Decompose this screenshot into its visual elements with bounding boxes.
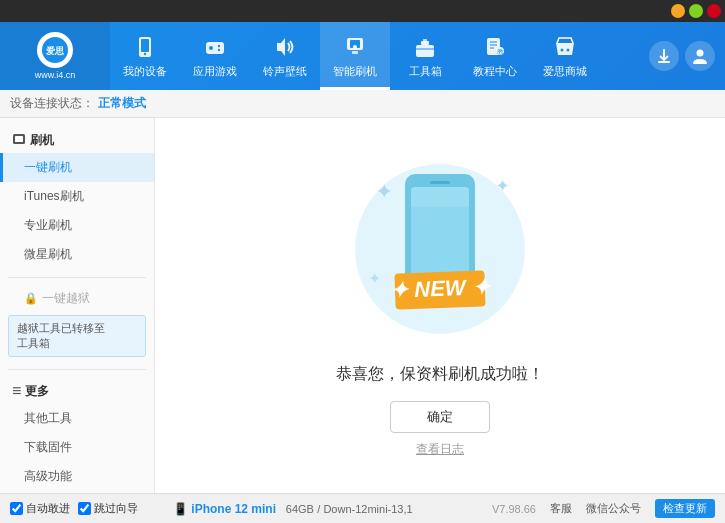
customer-service-link[interactable]: 客服: [550, 501, 572, 516]
device-icon: [131, 33, 159, 61]
main-layout: 刷机 一键刷机 iTunes刷机 专业刷机 微星刷机 🔒 一键越狱 越狱工: [0, 118, 725, 493]
success-illustration: ✦ ✦ ✦ ✦ NEW ✦: [330, 154, 550, 364]
nav-label-ringtone: 铃声壁纸: [263, 64, 307, 79]
svg-rect-3: [141, 39, 149, 52]
logo-circle: 爱思: [37, 32, 73, 68]
nav-label-tutorial: 教程中心: [473, 64, 517, 79]
skip-wizard-checkbox[interactable]: 跳过向导: [78, 501, 138, 516]
svg-text:✦ NEW ✦: ✦ NEW ✦: [390, 274, 492, 303]
download-button[interactable]: [649, 41, 679, 71]
svg-point-12: [353, 45, 357, 49]
svg-point-20: [567, 49, 570, 52]
nav-item-tutorial[interactable]: 教 教程中心: [460, 22, 530, 90]
nav-label-app-game: 应用游戏: [193, 64, 237, 79]
nav-item-my-device[interactable]: 我的设备: [110, 22, 180, 90]
device-model: Down-12mini-13,1: [323, 503, 412, 515]
skip-wizard-label: 跳过向导: [94, 501, 138, 516]
store-icon: [551, 33, 579, 61]
svg-rect-5: [206, 42, 224, 54]
sidebar-section-header-jailbreak: 🔒 一键越狱: [0, 286, 154, 311]
sidebar-section-jailbreak: 🔒 一键越狱 越狱工具已转移至工具箱: [0, 282, 154, 365]
svg-text:爱思: 爱思: [46, 46, 65, 56]
svg-text:✦: ✦: [368, 270, 381, 287]
sidebar-section-header-more: ≡ 更多: [0, 378, 154, 404]
nav-items: 我的设备 应用游戏 铃声壁纸 智能刷机 工具箱: [110, 22, 643, 90]
wechat-link[interactable]: 微信公众号: [586, 501, 641, 516]
nav-item-toolbox[interactable]: 工具箱: [390, 22, 460, 90]
statusbar: 设备连接状态： 正常模式: [0, 90, 725, 118]
device-icon: 📱: [173, 502, 191, 516]
sidebar-item-one-key-flash[interactable]: 一键刷机: [0, 153, 154, 182]
nav-item-app-game[interactable]: 应用游戏: [180, 22, 250, 90]
more-section-label: 更多: [25, 383, 49, 400]
minimize-button[interactable]: [671, 4, 685, 18]
sidebar: 刷机 一键刷机 iTunes刷机 专业刷机 微星刷机 🔒 一键越狱 越狱工: [0, 118, 155, 493]
lock-icon: 🔒: [24, 292, 38, 305]
svg-rect-30: [430, 181, 450, 184]
sidebar-item-other-tools[interactable]: 其他工具: [0, 404, 154, 433]
nav-label-toolbox: 工具箱: [409, 64, 442, 79]
close-button[interactable]: [707, 4, 721, 18]
nav-item-ringtone[interactable]: 铃声壁纸: [250, 22, 320, 90]
sidebar-section-header-flash: 刷机: [0, 128, 154, 153]
svg-rect-28: [411, 187, 469, 207]
sidebar-item-download-firmware[interactable]: 下载固件: [0, 433, 154, 462]
svg-text:教: 教: [497, 48, 504, 55]
ringtone-icon: [271, 33, 299, 61]
header: 爱思 www.i4.cn 我的设备 应用游戏 铃声壁纸: [0, 22, 725, 90]
auto-enter-label: 自动敢进: [26, 501, 70, 516]
app-game-icon: [201, 33, 229, 61]
svg-rect-24: [15, 136, 23, 142]
bottom-device-info: 📱 iPhone 12 mini 64GB / Down-12mini-13,1: [165, 502, 492, 516]
see-log-link[interactable]: 查看日志: [416, 441, 464, 458]
smart-flash-icon: [341, 33, 369, 61]
device-capacity: [279, 503, 282, 515]
svg-point-22: [697, 50, 704, 57]
flash-section-label: 刷机: [30, 132, 54, 149]
confirm-button[interactable]: 确定: [390, 401, 490, 433]
sidebar-item-weixing-flash[interactable]: 微星刷机: [0, 240, 154, 269]
nav-right: [643, 41, 725, 71]
more-section-icon: ≡: [12, 382, 21, 400]
check-update-button[interactable]: 检查更新: [655, 499, 715, 518]
toolbox-icon: [411, 33, 439, 61]
sidebar-item-itunes-flash[interactable]: iTunes刷机: [0, 182, 154, 211]
maximize-button[interactable]: [689, 4, 703, 18]
svg-rect-13: [416, 45, 434, 57]
nav-label-smart-flash: 智能刷机: [333, 64, 377, 79]
logo-inner: 爱思: [42, 37, 68, 63]
user-button[interactable]: [685, 41, 715, 71]
divider-1: [8, 277, 146, 278]
flash-section-icon: [12, 132, 26, 149]
sidebar-section-more: ≡ 更多 其他工具 下载固件 高级功能: [0, 374, 154, 493]
nav-label-store: 爱思商城: [543, 64, 587, 79]
divider-2: [8, 369, 146, 370]
nav-item-smart-flash[interactable]: 智能刷机: [320, 22, 390, 90]
svg-text:✦: ✦: [375, 179, 393, 204]
tutorial-icon: 教: [481, 33, 509, 61]
sidebar-item-advanced[interactable]: 高级功能: [0, 462, 154, 491]
bottom-right: V7.98.66 客服 微信公众号 检查更新: [492, 499, 715, 518]
skip-wizard-input[interactable]: [78, 502, 91, 515]
status-label: 设备连接状态：: [10, 95, 94, 112]
nav-label-my-device: 我的设备: [123, 64, 167, 79]
device-name: iPhone 12 mini: [191, 502, 276, 516]
svg-point-4: [144, 53, 146, 55]
logo-area: 爱思 www.i4.cn: [0, 22, 110, 90]
success-message: 恭喜您，保资料刷机成功啦！: [336, 364, 544, 385]
auto-enter-input[interactable]: [10, 502, 23, 515]
status-value: 正常模式: [98, 95, 146, 112]
svg-rect-15: [423, 39, 427, 43]
svg-point-8: [218, 49, 220, 51]
bottom-left: 自动敢进 跳过向导: [10, 501, 165, 516]
svg-text:✦: ✦: [495, 176, 510, 196]
auto-enter-checkbox[interactable]: 自动敢进: [10, 501, 70, 516]
svg-rect-21: [658, 61, 670, 63]
svg-point-19: [561, 49, 564, 52]
svg-point-7: [218, 45, 220, 47]
nav-item-store[interactable]: 爱思商城: [530, 22, 600, 90]
content-area: ✦ ✦ ✦ ✦ NEW ✦ 恭喜您，保资料刷机成功啦！ 确定 查看日志: [155, 118, 725, 493]
sidebar-item-pro-flash[interactable]: 专业刷机: [0, 211, 154, 240]
svg-point-6: [209, 46, 213, 50]
titlebar: [0, 0, 725, 22]
